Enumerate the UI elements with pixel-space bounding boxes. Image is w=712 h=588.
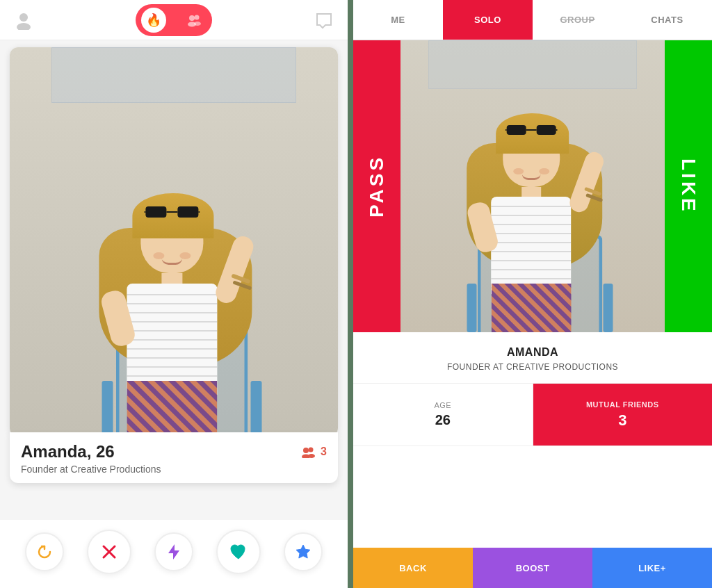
profile-photo xyxy=(10,47,338,436)
action-buttons xyxy=(0,520,348,588)
pass-label: PASS xyxy=(366,155,388,218)
like-plus-button[interactable]: LIKE+ xyxy=(592,548,712,588)
pass-button[interactable] xyxy=(87,530,131,574)
swipe-area: PASS xyxy=(353,40,712,332)
svg-point-3 xyxy=(195,15,200,19)
boost-button[interactable] xyxy=(154,532,193,571)
right-panel: ME SOLO GROUP CHATS PASS xyxy=(353,0,712,588)
fire-icon: 🔥 xyxy=(146,13,161,28)
like-label: LIKE xyxy=(677,158,699,214)
group-toggle-button[interactable] xyxy=(181,8,207,33)
mutual-label: MUTUAL FRIENDS xyxy=(586,400,659,409)
pass-panel: PASS xyxy=(353,40,400,332)
svg-rect-20 xyxy=(536,125,556,135)
svg-point-1 xyxy=(17,23,31,30)
svg-point-11 xyxy=(303,448,309,453)
svg-rect-19 xyxy=(506,125,526,135)
mutual-friends-icon xyxy=(300,446,317,458)
card-info: Amanda, 26 3 Founder at Creative Product… xyxy=(10,432,338,483)
svg-marker-17 xyxy=(168,544,179,560)
svg-point-2 xyxy=(189,15,195,21)
superlike-button[interactable] xyxy=(284,532,323,571)
spacer xyxy=(353,446,712,548)
profile-icon[interactable] xyxy=(13,9,35,31)
tab-group[interactable]: GROUP xyxy=(533,0,622,40)
age-label: AGE xyxy=(434,401,451,409)
messages-icon[interactable] xyxy=(313,9,335,31)
back-button[interactable]: BACK xyxy=(353,548,473,588)
boost-button-right[interactable]: BOOST xyxy=(473,548,592,588)
panel-divider xyxy=(348,0,353,588)
card-name-row: Amanda, 26 3 xyxy=(21,442,327,462)
tab-solo[interactable]: SOLO xyxy=(443,0,533,40)
left-panel: 🔥 xyxy=(0,0,348,588)
right-profile-name: AMANDA xyxy=(367,346,698,359)
age-cell: AGE 26 xyxy=(353,384,533,446)
swipe-photo xyxy=(400,40,665,332)
profile-details: AMANDA FOUNDER AT CREATIVE PRODUCTIONS xyxy=(353,332,712,384)
mutual-count: 3 xyxy=(321,446,327,458)
mutual-friends-cell: MUTUAL FRIENDS 3 xyxy=(533,384,713,446)
left-header: 🔥 xyxy=(0,0,348,40)
tab-chats[interactable]: CHATS xyxy=(622,0,712,40)
svg-point-14 xyxy=(308,454,315,458)
mode-toggle[interactable]: 🔥 xyxy=(136,4,212,36)
mutual-value: 3 xyxy=(618,411,626,430)
svg-point-5 xyxy=(194,22,201,26)
bottom-buttons: BACK BOOST LIKE+ xyxy=(353,548,712,588)
card-area: Amanda, 26 3 Founder at Creative Product… xyxy=(0,40,348,520)
right-profile-job: FOUNDER AT CREATIVE PRODUCTIONS xyxy=(367,362,698,372)
fire-toggle-button[interactable]: 🔥 xyxy=(141,8,166,33)
stats-row: AGE 26 MUTUAL FRIENDS 3 xyxy=(353,384,712,446)
tabs-row: ME SOLO GROUP CHATS xyxy=(353,0,712,40)
card-name: Amanda, 26 xyxy=(21,442,115,462)
svg-marker-18 xyxy=(296,545,310,558)
tab-me[interactable]: ME xyxy=(353,0,443,40)
like-panel: LIKE xyxy=(665,40,712,332)
svg-rect-6 xyxy=(145,206,166,218)
svg-point-12 xyxy=(309,448,314,452)
age-value: 26 xyxy=(435,412,451,428)
mutual-friends-badge: 3 xyxy=(300,446,327,458)
svg-point-0 xyxy=(19,13,28,22)
rewind-button[interactable] xyxy=(25,532,64,571)
card-job: Founder at Creative Productions xyxy=(21,464,327,475)
like-button[interactable] xyxy=(216,530,261,574)
svg-rect-7 xyxy=(177,206,198,218)
profile-card xyxy=(10,47,338,436)
